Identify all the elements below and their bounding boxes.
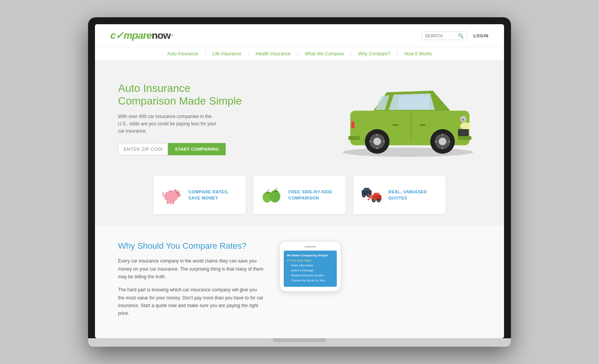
laptop-frame: c✓mparenow ® 🔍 LOGIN Auto Insurance Life… [88, 17, 511, 347]
phone-step-2: ✓ Select a Package [287, 269, 334, 272]
why-para-1: Every car insurance company in the world… [118, 257, 264, 281]
cars-comparison-icon [361, 184, 382, 206]
svg-point-18 [460, 122, 471, 130]
feature-label-comparison: FREE SIDE-BY-SIDE COMPARISON [288, 189, 338, 201]
login-button[interactable]: LOGIN [473, 33, 489, 38]
hero-cta: START COMPARING [118, 143, 242, 155]
svg-text:K: K [462, 118, 464, 121]
phone-step-1: ✓ Enter Information [287, 264, 334, 267]
search-input[interactable] [425, 33, 456, 38]
feature-label-rates: COMPARE RATES, SAVE MONEY [188, 189, 238, 201]
site-header: c✓mparenow ® 🔍 LOGIN [95, 24, 504, 47]
nav-life-insurance[interactable]: Life Insurance [206, 51, 249, 57]
search-icon: 🔍 [458, 33, 464, 38]
phone-step-3: ✓ Review Real-time Quotes [287, 274, 334, 277]
svg-rect-25 [348, 136, 360, 140]
hero-section: Auto Insurance Comparison Made Simple Wi… [95, 61, 504, 168]
feature-label-quotes: REAL, UNBIASED QUOTES [388, 189, 438, 201]
check-icon-1: ✓ [287, 264, 290, 267]
svg-rect-26 [419, 124, 426, 126]
laptop-base [88, 338, 511, 347]
why-title: Why Should You Compare Rates? [118, 241, 264, 251]
svg-point-36 [179, 195, 180, 196]
nav-how-it-works[interactable]: How It Works [398, 51, 439, 57]
svg-rect-23 [351, 121, 354, 128]
why-para-2: The hard part is knowing which car insur… [118, 286, 264, 317]
phone-screen-title: We Make Comparing Simple [287, 254, 334, 257]
apples-icon [261, 184, 282, 206]
svg-point-9 [439, 138, 446, 145]
zip-input[interactable] [118, 143, 168, 155]
hero-car-image: K [327, 65, 489, 165]
why-text: Why Should You Compare Rates? Every car … [118, 241, 264, 323]
svg-point-0 [343, 148, 473, 157]
svg-rect-38 [170, 191, 173, 191]
feature-card-quotes: REAL, UNBIASED QUOTES [353, 176, 446, 214]
svg-point-34 [177, 194, 181, 197]
apples-svg [261, 186, 282, 205]
svg-point-33 [175, 189, 176, 192]
piggy-svg [161, 186, 182, 205]
nav-health-insurance[interactable]: Health Insurance [249, 51, 298, 57]
hero-title: Auto Insurance Comparison Made Simple [118, 82, 242, 108]
phone-step-4: ✓ Choose the Quote for You... [287, 279, 334, 282]
why-section: Why Should You Compare Rates? Every car … [95, 226, 504, 338]
svg-rect-24 [458, 136, 471, 140]
hero-text: Auto Insurance Comparison Made Simple Wi… [118, 82, 242, 155]
piggy-bank-icon [161, 184, 182, 206]
feature-card-rates: COMPARE RATES, SAVE MONEY [153, 176, 246, 214]
nav-why-compare[interactable]: Why Compare? [351, 51, 398, 57]
search-bar[interactable]: 🔍 [421, 32, 467, 40]
nav-auto-insurance[interactable]: Auto Insurance [160, 51, 206, 57]
svg-rect-27 [393, 124, 399, 126]
car-svg: K [327, 65, 489, 157]
svg-point-6 [373, 138, 381, 145]
cars-cmp-svg [361, 186, 382, 205]
phone-step-text-2: Select a Package [291, 269, 313, 272]
laptop-screen: c✓mparenow ® 🔍 LOGIN Auto Insurance Life… [95, 24, 504, 338]
feature-card-comparison: FREE SIDE-BY-SIDE COMPARISON [253, 176, 346, 214]
features-section: COMPARE RATES, SAVE MONEY [95, 168, 504, 226]
svg-rect-41 [172, 201, 174, 204]
svg-rect-2 [399, 95, 429, 109]
site-nav: Auto Insurance Life Insurance Health Ins… [95, 47, 504, 61]
check-icon-3: ✓ [287, 274, 290, 277]
nav-what-we-compare[interactable]: What We Compare [298, 51, 351, 57]
svg-point-37 [177, 192, 178, 193]
site-logo[interactable]: c✓mparenow ® [110, 30, 173, 42]
svg-rect-39 [167, 201, 169, 204]
svg-point-48 [363, 194, 365, 197]
phone-mockup: We Make Comparing Simple It's Four Easy … [280, 241, 341, 292]
phone-step-text-3: Review Real-time Quotes [291, 274, 324, 277]
phone-step-text-1: Enter Information [291, 264, 313, 267]
phone-step-text-4: Choose the Quote for You... [291, 279, 327, 282]
header-right: 🔍 LOGIN [421, 32, 489, 40]
svg-rect-40 [170, 201, 171, 204]
phone-steps-label: It's Four Easy Steps! [287, 259, 334, 262]
hero-description: With over 400 car insurance companies in… [118, 113, 222, 135]
check-icon-2: ✓ [287, 269, 290, 272]
phone-screen: We Make Comparing Simple It's Four Easy … [284, 251, 337, 287]
start-comparing-button[interactable]: START COMPARING [168, 143, 226, 155]
check-icon-4: ✓ [287, 279, 290, 282]
svg-point-55 [378, 199, 380, 202]
svg-point-35 [178, 195, 179, 196]
phone-speaker [304, 246, 316, 248]
